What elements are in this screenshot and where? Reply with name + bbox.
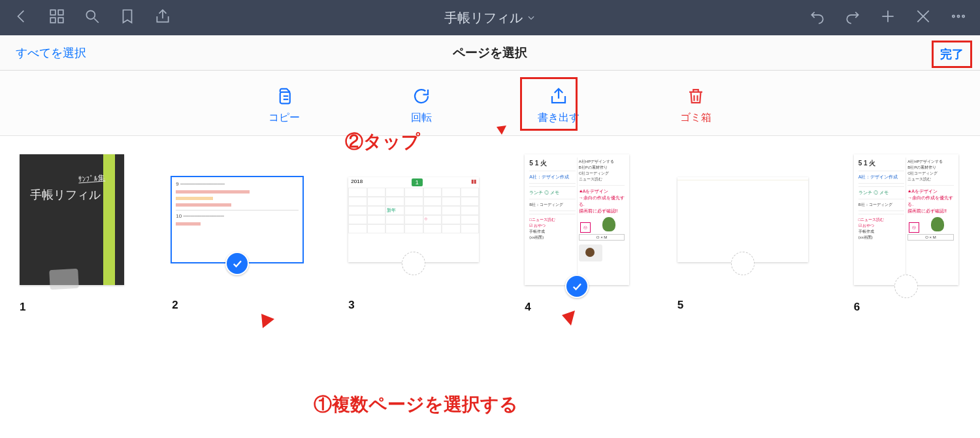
trash-button[interactable]: ゴミ箱 [666,85,725,125]
cover-title: 手帳リフィル [30,187,101,203]
action-bar: コピー 回転 書き出す ゴミ箱 [0,71,980,136]
annotation-select-multi: ①複数ページを選択する [314,392,518,417]
page-thumb-4[interactable]: 5 1 火 A社：デザイン作成 ランチ ◎ メモ B社：コーディング □ニュース… [525,154,631,314]
page-number: 6 [854,301,860,314]
rotate-icon [410,85,433,107]
page-number: 1 [20,301,25,314]
svg-point-12 [962,15,964,17]
copy-label: コピー [269,111,300,125]
chevron-down-icon [527,13,536,22]
selection-heading: ページを選択 [453,44,527,61]
svg-rect-3 [58,18,63,23]
copy-icon [273,85,295,107]
rotate-label: 回転 [411,111,432,125]
add-icon[interactable] [879,8,896,27]
page-number: 3 [348,299,354,312]
rotate-button[interactable]: 回転 [392,85,451,125]
svg-point-11 [957,15,959,17]
annotation-arrow-right [503,301,601,399]
trash-label: ゴミ箱 [680,111,711,125]
grid-view-icon[interactable] [48,8,65,27]
svg-marker-19 [261,314,274,328]
page-thumb-6[interactable]: 5 1 火 A社：デザイン作成 ランチ ◎ メモ B社：コーディング □ニュース… [854,154,960,314]
planner-date: 5 1 火 [529,159,576,168]
page-thumb-5[interactable]: 5 [678,154,808,314]
selection-circle[interactable] [731,252,755,275]
share-icon[interactable] [154,8,171,27]
selection-check-icon[interactable] [225,252,249,275]
page-thumb-1[interactable]: ｻﾝﾌﾟﾙ集 手帳リフィル 1 [20,154,126,314]
svg-point-4 [86,10,95,19]
undo-icon[interactable] [809,8,826,27]
done-button[interactable]: 完了 [932,41,972,68]
select-all-button[interactable]: すべてを選択 [16,45,86,61]
svg-rect-2 [50,18,56,23]
page-thumbnails: ｻﾝﾌﾟﾙ集 手帳リフィル 1 9 ──────────── 10 ──────… [0,136,980,314]
svg-line-5 [94,18,99,23]
selection-circle[interactable] [402,252,425,275]
redo-icon[interactable] [844,8,861,27]
selection-check-icon[interactable] [565,275,589,298]
page-thumb-3[interactable]: 20181▮▮ 新年 ○ 3 [348,154,479,314]
app-toolbar: 手帳リフィル [0,0,980,35]
page-number: 5 [678,299,683,312]
document-title-text: 手帳リフィル [444,9,523,27]
trash-icon [685,85,707,107]
page-number: 4 [525,301,531,314]
svg-rect-13 [280,92,290,104]
svg-rect-0 [50,10,56,15]
page-number: 2 [172,299,178,312]
export-icon [547,85,570,107]
selection-circle[interactable] [894,275,918,298]
annotation-arrow-left [248,301,353,399]
search-icon[interactable] [84,8,101,27]
copy-button[interactable]: コピー [255,85,314,125]
bookmark-icon[interactable] [119,8,136,27]
cover-subtitle: ｻﾝﾌﾟﾙ集 [78,173,106,185]
page-thumb-2[interactable]: 9 ──────────── 10 ─────────── 2 [172,154,302,314]
export-label: 書き出す [538,111,580,125]
more-icon[interactable] [950,8,967,27]
selection-header: すべてを選択 ページを選択 完了 [0,35,980,71]
svg-rect-1 [58,10,63,15]
export-button[interactable]: 書き出す [529,85,588,125]
scissors-icon[interactable] [915,8,932,27]
planner-date: 5 1 火 [858,159,905,168]
back-icon[interactable] [13,8,30,27]
document-title[interactable]: 手帳リフィル [444,9,536,27]
svg-point-10 [953,15,955,17]
